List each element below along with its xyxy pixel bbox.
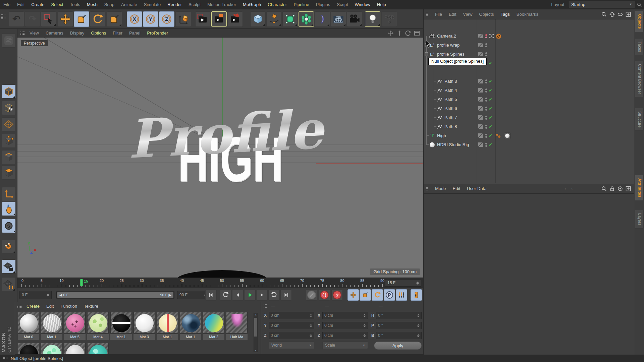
layer-color-box[interactable] [478,43,483,47]
side-tab-objects[interactable]: Objects [635,11,644,32]
visibility-dots[interactable] [485,43,487,47]
menu-snap[interactable]: Snap [101,0,118,9]
object-manager-menu-edit[interactable]: Edit [445,9,460,19]
material-preview[interactable] [110,312,132,334]
previous-key-button[interactable] [220,289,231,301]
coordinate-value-field[interactable]: 0 ° [376,322,422,329]
material-item[interactable] [87,343,109,354]
object-manager-menu-view[interactable]: View [460,9,476,19]
object-manager-menu-objects[interactable]: Objects [476,9,497,19]
coordinate-stepper[interactable] [310,334,312,337]
coordinate-stepper[interactable] [310,324,312,327]
texture-mode-button[interactable] [2,101,16,115]
render-view-button[interactable] [195,11,211,27]
material-menu-texture[interactable]: Texture [80,302,102,311]
menu-render[interactable]: Render [164,0,185,9]
side-tab-layers[interactable]: Layers [635,210,644,229]
coordinate-value-field[interactable]: 0 cm [322,322,368,329]
workplane-mode-button[interactable] [2,117,16,131]
material-item[interactable]: Mat.3 [133,312,155,340]
object-row-hdri-studio-rig[interactable]: HDRI Studio Rig✓ [424,140,634,149]
snap-settings-button[interactable]: S [2,219,16,233]
menu-create[interactable]: Create [28,0,48,9]
object-label[interactable]: Path 4 [444,88,457,93]
coordinate-grip[interactable] [263,304,268,308]
material-item[interactable]: Mat.5 [64,312,86,340]
workplane-lock-button[interactable] [2,259,16,274]
viewport-solo-button[interactable] [2,202,16,216]
object-row-profile-splines[interactable]: −L0profile Splines [424,50,634,59]
object-label[interactable]: Path 8 [444,124,457,129]
object-manager-menu-bookmarks[interactable]: Bookmarks [513,9,542,19]
menu-window[interactable]: Window [352,0,374,9]
collapse-icon[interactable]: − [425,52,428,56]
make-editable-button[interactable] [2,34,16,48]
material-item[interactable]: Mat.6 [18,312,39,340]
range-end-field[interactable]: 90 F [177,291,209,299]
record-keyframe-button[interactable]: ( ) [319,289,330,301]
last-tool-button[interactable] [107,11,122,27]
redo-button[interactable]: ↷ [25,11,40,27]
lock-icon[interactable] [609,186,615,191]
layer-color-box[interactable] [478,52,483,56]
visibility-dots[interactable] [485,88,487,93]
menu-sculpt[interactable]: Sculpt [185,0,204,9]
coordinate-system-button[interactable] [176,11,191,27]
sphere-tag-icon[interactable] [504,132,511,139]
key-rotation-button[interactable] [372,289,383,301]
current-frame-field[interactable]: 15 F [385,279,421,287]
timeline-ruler[interactable]: 051020253035404550556065707580859015 15 … [17,278,423,288]
coordinate-value-field[interactable]: 0 cm [322,312,368,319]
visibility-dots[interactable] [485,134,487,138]
search-icon[interactable] [637,2,642,7]
viewport-view-label[interactable]: Perspective [21,40,48,46]
coordinate-column-header[interactable]: — [379,304,383,308]
scroll-up-icon[interactable]: ▲ [255,313,257,316]
enabled-check-icon[interactable]: ✓ [489,124,492,129]
object-row-path-3[interactable]: Path 3✓ [424,77,634,86]
preview-range-thumb[interactable]: ◀ 0 F 90 F ▶ [57,292,173,298]
coordinate-value-field[interactable]: 0 cm [269,312,314,319]
key-position-button[interactable] [347,289,359,301]
object-manager-menu-tags[interactable]: Tags [497,9,513,19]
layout-select[interactable]: Startup ▼ [568,1,635,8]
material-preview[interactable] [180,312,201,334]
menu-pipeline[interactable]: Pipeline [290,0,312,9]
material-menu-create[interactable]: Create [23,302,43,311]
menu-tools[interactable]: Tools [67,0,84,9]
menu-mograph[interactable]: MoGraph [239,0,264,9]
cloner-button[interactable] [299,11,314,27]
layer-color-box[interactable] [478,106,483,111]
coordinate-stepper[interactable] [363,314,366,317]
viewport-menu-display[interactable]: Display [67,29,88,38]
toggle-view-icon[interactable] [414,30,420,36]
enabled-check-icon[interactable]: ✓ [489,115,492,120]
new-panel-icon[interactable] [626,12,631,17]
object-row-camera-2[interactable]: Camera.2 [424,32,634,41]
layer-color-box[interactable] [478,88,483,93]
layer-color-box[interactable] [478,97,483,102]
material-preview[interactable] [64,312,86,334]
orange-dots-tag-icon[interactable] [496,133,501,138]
coordinate-value-field[interactable]: 0 ° [376,312,422,319]
toolbar-grip[interactable] [1,14,5,19]
layer-color-box[interactable] [478,133,483,138]
light-button[interactable] [365,11,380,27]
camera-active-icon[interactable] [489,34,494,38]
enabled-check-icon[interactable]: ✓ [489,133,492,138]
visibility-dots[interactable] [485,116,487,120]
viewport-menu-grip[interactable] [20,31,25,35]
forbidden-tag-icon[interactable] [496,34,501,39]
spline-pen-button[interactable] [266,11,282,27]
object-label[interactable]: Path 7 [444,115,457,120]
previous-frame-button[interactable] [232,289,244,301]
key-parameter-button[interactable]: P [384,289,395,301]
search-icon[interactable] [601,12,607,17]
eye-icon[interactable] [618,12,623,17]
edges-mode-button[interactable] [2,150,16,164]
material-item[interactable] [18,343,39,354]
visibility-dots[interactable] [485,34,487,38]
coordinate-column-header[interactable]: — [271,304,275,308]
object-label[interactable]: High [437,133,446,138]
enabled-check-icon[interactable]: ✓ [489,106,492,111]
